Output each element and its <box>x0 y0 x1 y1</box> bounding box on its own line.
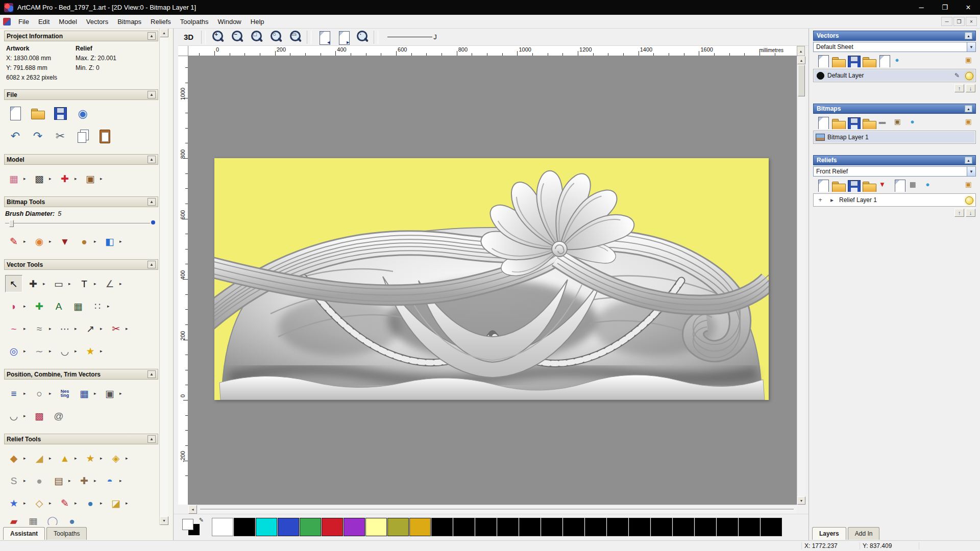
turn-tool[interactable]: ◈ <box>107 449 125 467</box>
offset-relief[interactable]: ◪ <box>107 494 125 512</box>
save-relief-layer[interactable] <box>844 177 859 191</box>
smooth-spline[interactable]: ∼ <box>31 342 48 360</box>
palette-swatch-0[interactable] <box>212 518 233 536</box>
paint-tool[interactable]: ✎ <box>5 233 22 250</box>
palette-swatch-16[interactable] <box>563 518 584 536</box>
palette-tool[interactable]: ● <box>76 233 93 250</box>
create-arc[interactable]: ↗ <box>82 320 99 337</box>
turn-tool-flyout[interactable]: ▸ <box>126 456 130 461</box>
create-text[interactable]: T <box>76 275 93 292</box>
save-bitmap-layer[interactable] <box>844 114 859 129</box>
model-collapse-button[interactable]: ▲ <box>148 156 156 163</box>
text-in-box[interactable]: A <box>50 297 67 315</box>
star-relief-flyout[interactable]: ▸ <box>23 500 28 506</box>
zoom-out[interactable]: − <box>228 29 246 46</box>
menu-item-help[interactable]: Help <box>246 15 269 28</box>
palette-swatch-10[interactable] <box>431 518 453 536</box>
artwork-canvas[interactable] <box>214 158 769 400</box>
toggle-all-vectors[interactable]: ● <box>890 53 905 67</box>
save-model[interactable] <box>50 104 70 123</box>
combine-bitmaps[interactable]: ▣ <box>890 114 905 129</box>
menu-item-vectors[interactable]: Vectors <box>82 15 113 28</box>
bitmap-to-vector[interactable]: ▦ <box>69 297 87 315</box>
extrude-tool[interactable]: ★ <box>82 449 99 467</box>
trim-vectors-flyout[interactable]: ▸ <box>126 326 130 331</box>
menu-item-window[interactable]: Window <box>213 15 246 28</box>
relief-layer-up-button[interactable]: ↑ <box>954 209 964 217</box>
menu-item-file[interactable]: File <box>14 15 34 28</box>
offset-vector[interactable]: ◗ <box>5 297 22 315</box>
circular-array-flyout[interactable]: ▸ <box>49 391 54 396</box>
menu-item-edit[interactable]: Edit <box>34 15 54 28</box>
tab-layers[interactable]: Layers <box>812 527 846 540</box>
assistant-scroll-down-button[interactable]: ▼ <box>160 516 168 525</box>
document-icon[interactable] <box>3 18 11 26</box>
bitmaps-collapse-button[interactable]: ▲ <box>965 105 972 112</box>
set-model-size[interactable]: ▦ <box>5 170 22 187</box>
swept-profile[interactable]: S <box>5 472 22 489</box>
import-3d-model[interactable]: ▼ <box>874 177 890 191</box>
create-spiral[interactable]: @ <box>50 407 67 424</box>
view-3d-button[interactable]: 3D <box>180 31 197 43</box>
texture-relief[interactable]: ● <box>82 494 99 512</box>
texture-weave[interactable]: ● <box>31 472 48 489</box>
menu-item-bitmaps[interactable]: Bitmaps <box>113 15 146 28</box>
create-wave[interactable]: ≈ <box>31 320 48 337</box>
file-wizard[interactable]: ◉ <box>72 104 93 123</box>
palette-swatch-13[interactable] <box>497 518 519 536</box>
palette-swatch-2[interactable] <box>256 518 277 536</box>
canvas-vertical-scroll-thumb[interactable] <box>798 65 805 96</box>
assistant-scroll-up-button[interactable]: ▲ <box>160 29 168 37</box>
primary-colour-swatch[interactable] <box>182 519 193 530</box>
brush-diameter-handle[interactable] <box>9 220 14 227</box>
relief-library-flyout[interactable]: ▸ <box>68 478 73 483</box>
new-model[interactable] <box>5 104 26 123</box>
fillet-tool-flyout[interactable]: ▸ <box>75 348 79 354</box>
relief-selector-dropdown[interactable]: ▼ <box>967 167 975 176</box>
create-cross[interactable]: ✚ <box>31 297 48 315</box>
set-model-size-flyout[interactable]: ▸ <box>23 176 28 181</box>
toggle-all-bitmaps[interactable]: ● <box>905 114 920 129</box>
vectors-collapse-button[interactable]: ▲ <box>965 32 972 39</box>
measure-tool-flyout[interactable]: ▸ <box>119 281 124 286</box>
paint-selective[interactable]: ◉ <box>31 233 48 250</box>
position-tools-collapse-button[interactable]: ▲ <box>148 370 156 378</box>
relief-tool-c[interactable]: ◯ <box>44 514 61 525</box>
star-relief[interactable]: ★ <box>5 494 22 512</box>
sheet-selector-dropdown[interactable]: ▼ <box>967 42 975 52</box>
block-array[interactable]: ▦ <box>76 385 93 402</box>
select-vectors[interactable]: ↖ <box>5 275 22 292</box>
export-vector-layer[interactable] <box>859 53 874 67</box>
slider-track[interactable] <box>5 223 150 224</box>
open-relief-layer[interactable] <box>828 177 844 191</box>
relief-selector[interactable]: Front Relief ▼ <box>813 166 976 177</box>
tab-add-in[interactable]: Add In <box>848 527 880 540</box>
relief-tool-b[interactable]: ▦ <box>24 514 42 525</box>
palette-swatch-22[interactable] <box>695 518 716 536</box>
smooth-relief[interactable]: ◢ <box>31 449 48 467</box>
zoom-objects[interactable]: ○ <box>267 29 284 46</box>
merge-vector-layers[interactable]: ▣ <box>961 53 976 67</box>
export-bitmap-layer[interactable] <box>859 114 874 129</box>
new-relief-layer[interactable] <box>813 177 828 191</box>
vector-layer-row[interactable]: Default Layer ✎ <box>814 70 975 81</box>
palette-swatch-24[interactable] <box>739 518 760 536</box>
sheet-selector[interactable]: Default Sheet ▼ <box>813 42 976 52</box>
sculpt-model[interactable]: ✚ <box>56 170 74 187</box>
zoom-window[interactable]: □ <box>248 29 265 46</box>
envelope-tool-flyout[interactable]: ▸ <box>49 500 54 506</box>
palette-swatch-20[interactable] <box>651 518 672 536</box>
zoom-in[interactable]: + <box>209 29 226 46</box>
canvas-vertical-scrollbar[interactable]: ▲ ▼ <box>797 56 805 505</box>
create-text-flyout[interactable]: ▸ <box>94 281 99 286</box>
node-editing[interactable]: ⋯ <box>56 320 74 337</box>
restore-button[interactable]: ❐ <box>933 0 957 15</box>
palette-swatch-17[interactable] <box>585 518 606 536</box>
menu-item-reliefs[interactable]: Reliefs <box>146 15 176 28</box>
sculpting-tool[interactable]: ▲ <box>56 449 74 467</box>
transform-vectors[interactable]: ✚ <box>24 275 42 292</box>
open-vector-layer[interactable] <box>828 53 844 67</box>
new-vector-layer[interactable] <box>813 53 828 67</box>
palette-swatch-18[interactable] <box>607 518 628 536</box>
palette-swatch-19[interactable] <box>629 518 650 536</box>
